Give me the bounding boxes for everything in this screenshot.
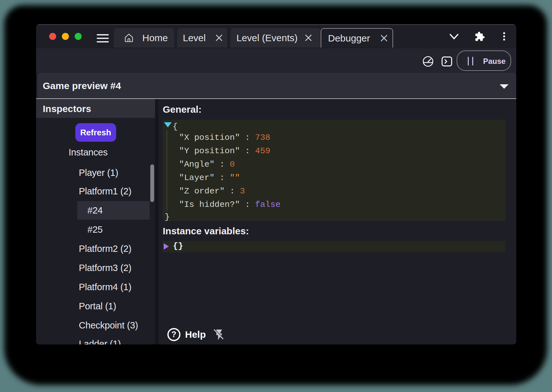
svg-text:?: ? — [171, 330, 176, 339]
